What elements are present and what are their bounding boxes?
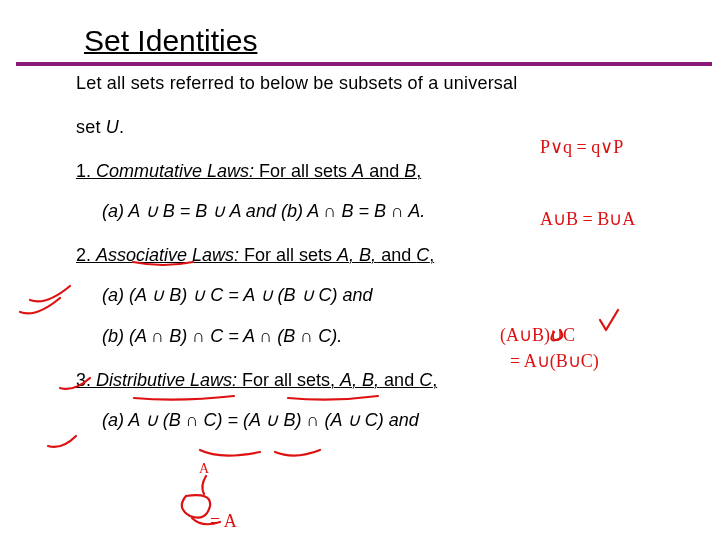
law2-full: 2. Associative Laws: For all sets A, B, … [76,245,434,265]
law1-rest-end: , [416,161,421,181]
intro-line-2: set U. [76,114,664,140]
law1-B: B [404,161,416,181]
law3-C: C [419,370,432,390]
law3-head: 3. Distributive Laws: For all sets, A, B… [76,367,664,393]
law1-head: 1. Commutative Laws: For all sets A and … [76,158,664,184]
law2-rest-pre: For all sets [239,245,337,265]
law2-ABC: A, B, [337,245,376,265]
law1-rest-pre: For all sets [254,161,352,181]
title-zone: Set Identities [76,24,664,58]
law2-name: Associative Laws: [96,245,239,265]
law3-rest-pre: For all sets, [237,370,340,390]
law3-rest-end: , [432,370,437,390]
intro-U: U [106,117,119,137]
law2-sub-b: (b) (A ∩ B) ∩ C = A ∩ (B ∩ C). [102,323,664,349]
law1-name: Commutative Laws: [96,161,254,181]
law2-prefix: 2. [76,245,96,265]
body: Let all sets referred to below be subset… [76,70,664,433]
annot-eqA: = A [210,512,237,530]
law1-rest-mid: and [364,161,404,181]
law1-A: A [352,161,364,181]
slide: Set Identities Let all sets referred to … [0,0,720,540]
page-title: Set Identities [80,24,664,58]
law3-sub-a: (a) A ∪ (B ∩ C) = (A ∪ B) ∩ (A ∪ C) and [102,407,664,433]
law3-prefix: 3. [76,370,96,390]
law1-sub: (a) A ∪ B = B ∪ A and (b) A ∩ B = B ∩ A. [102,198,664,224]
law3-ABC: A, B, [340,370,379,390]
law1-prefix: 1. [76,161,96,181]
intro-line-2-pre: set [76,117,106,137]
intro-line-2-post: . [119,117,124,137]
law2-C: C [416,245,429,265]
law2-rest-end: , [429,245,434,265]
law1-full: 1. Commutative Laws: For all sets A and … [76,161,421,181]
law2-rest-and: and [376,245,416,265]
law3-rest-and: and [379,370,419,390]
intro-line-1: Let all sets referred to below be subset… [76,70,664,96]
law2-head: 2. Associative Laws: For all sets A, B, … [76,242,664,268]
annot-top-A: A [199,462,209,476]
law3-name: Distributive Laws: [96,370,237,390]
law3-full: 3. Distributive Laws: For all sets, A, B… [76,370,437,390]
rule-horizontal [16,62,712,66]
law2-sub-a: (a) (A ∪ B) ∪ C = A ∪ (B ∪ C) and [102,282,664,308]
